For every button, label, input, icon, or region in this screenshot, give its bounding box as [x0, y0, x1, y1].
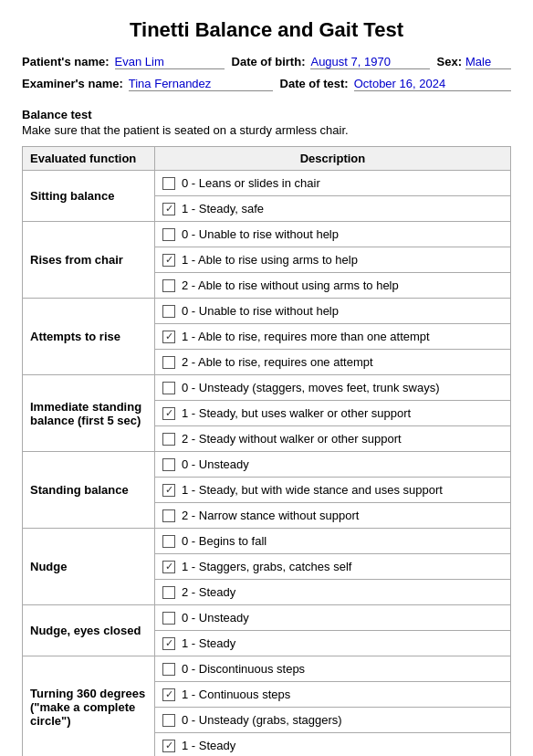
checkbox[interactable] [162, 484, 175, 497]
description-cell: 2 - Steady without walker or other suppo… [155, 426, 511, 452]
checkbox[interactable] [162, 688, 175, 701]
table-row: Nudge, eyes closed0 - Unsteady [23, 605, 511, 631]
checkbox[interactable] [162, 509, 175, 522]
description-cell: 2 - Narrow stance without support [155, 503, 511, 529]
checkbox[interactable] [162, 177, 175, 190]
checkbox-label: 0 - Discontinuous steps [182, 662, 305, 676]
function-cell: Sitting balance [23, 171, 155, 222]
examiner-value: Tina Fernandez [129, 77, 273, 91]
checkbox[interactable] [162, 407, 175, 420]
description-cell: 0 - Unsteady [155, 605, 511, 631]
function-cell: Attempts to rise [23, 299, 155, 375]
checkbox-label: 1 - Staggers, grabs, catches self [182, 560, 351, 573]
checkbox[interactable] [162, 458, 175, 471]
sex-label: Sex: [437, 55, 462, 68]
dob-label: Date of birth: [232, 55, 306, 68]
checkbox-label: 1 - Steady, safe [182, 202, 264, 215]
checkbox-label: 1 - Steady [182, 739, 235, 752]
checkbox-label: 0 - Unsteady (grabs, staggers) [182, 713, 342, 727]
table-row: Attempts to rise0 - Unable to rise witho… [23, 299, 511, 324]
patient-name-label: Patient's name: [22, 55, 110, 68]
description-cell: 2 - Steady [155, 580, 511, 605]
table-row: Rises from chair0 - Unable to rise witho… [23, 222, 511, 247]
checkbox-label: 2 - Able to rise without using arms to h… [182, 278, 399, 292]
function-cell: Rises from chair [23, 222, 155, 299]
description-cell: 0 - Begins to fall [155, 529, 511, 554]
examiner-label: Examiner's name: [22, 77, 123, 90]
description-cell: 0 - Discontinuous steps [155, 656, 511, 682]
checkbox[interactable] [162, 586, 175, 599]
checkbox[interactable] [162, 356, 175, 369]
description-cell: 2 - Able to rise without using arms to h… [155, 273, 511, 299]
description-cell: 1 - Able to rise using arms to help [155, 247, 511, 273]
table-row: Immediate standing balance (first 5 sec)… [23, 375, 511, 401]
page-title: Tinetti Balance and Gait Test [22, 18, 511, 42]
checkbox[interactable] [162, 433, 175, 446]
checkbox-label: 1 - Able to rise, requires more than one… [182, 330, 430, 343]
checkbox[interactable] [162, 740, 175, 752]
description-cell: 0 - Unsteady [155, 452, 511, 478]
balance-section-desc: Make sure that the patient is seated on … [22, 123, 511, 137]
dot-label: Date of test: [280, 77, 349, 90]
checkbox[interactable] [162, 228, 175, 241]
checkbox-label: 1 - Steady [182, 636, 235, 650]
checkbox-label: 1 - Able to rise using arms to help [182, 253, 358, 267]
checkbox[interactable] [162, 714, 175, 727]
description-cell: 1 - Steady [155, 733, 511, 757]
checkbox[interactable] [162, 305, 175, 318]
dob-value: August 7, 1970 [310, 55, 429, 69]
description-cell: 0 - Unable to rise without help [155, 222, 511, 247]
balance-section-title: Balance test [22, 108, 511, 121]
checkbox[interactable] [162, 382, 175, 394]
description-cell: 1 - Continuous steps [155, 682, 511, 708]
function-cell: Immediate standing balance (first 5 sec) [23, 375, 155, 452]
description-cell: 1 - Steady, but with wide stance and use… [155, 478, 511, 503]
checkbox[interactable] [162, 331, 175, 343]
function-cell: Nudge, eyes closed [23, 605, 155, 656]
description-cell: 0 - Leans or slides in chair [155, 171, 511, 196]
description-cell: 1 - Able to rise, requires more than one… [155, 324, 511, 350]
col-function-header: Evaluated function [23, 147, 155, 171]
table-row: Turning 360 degrees ("make a complete ci… [23, 656, 511, 682]
checkbox-label: 2 - Narrow stance without support [182, 509, 359, 522]
checkbox-label: 1 - Continuous steps [182, 688, 290, 701]
checkbox-label: 0 - Begins to fall [182, 534, 266, 548]
checkbox-label: 1 - Steady, but with wide stance and use… [182, 483, 443, 497]
checkbox-label: 0 - Leans or slides in chair [182, 176, 320, 190]
checkbox-label: 2 - Steady [182, 585, 235, 599]
patient-name-value: Evan Lim [115, 55, 225, 69]
checkbox[interactable] [162, 203, 175, 215]
description-cell: 1 - Steady [155, 631, 511, 656]
description-cell: 0 - Unsteady (grabs, staggers) [155, 708, 511, 733]
checkbox[interactable] [162, 279, 175, 292]
dot-value: October 16, 2024 [354, 77, 511, 91]
description-cell: 1 - Steady, safe [155, 196, 511, 222]
table-row: Sitting balance0 - Leans or slides in ch… [23, 171, 511, 196]
description-cell: 1 - Staggers, grabs, catches self [155, 554, 511, 580]
description-cell: 0 - Unable to rise without help [155, 299, 511, 324]
checkbox-label: 0 - Unsteady [182, 611, 249, 625]
checkbox[interactable] [162, 663, 175, 676]
checkbox[interactable] [162, 561, 175, 573]
sex-value: Male [465, 55, 511, 69]
table-row: Standing balance0 - Unsteady [23, 452, 511, 478]
checkbox-label: 0 - Unsteady (staggers, moves feet, trun… [182, 381, 440, 394]
checkbox[interactable] [162, 637, 175, 650]
balance-table: Evaluated function Description Sitting b… [22, 146, 511, 756]
checkbox[interactable] [162, 612, 175, 625]
description-cell: 1 - Steady, but uses walker or other sup… [155, 401, 511, 426]
checkbox-label: 2 - Able to rise, requires one attempt [182, 355, 373, 369]
table-row: Nudge0 - Begins to fall [23, 529, 511, 554]
checkbox-label: 2 - Steady without walker or other suppo… [182, 432, 402, 446]
col-description-header: Description [155, 147, 511, 171]
checkbox[interactable] [162, 254, 175, 267]
function-cell: Turning 360 degrees ("make a complete ci… [23, 656, 155, 757]
checkbox-label: 0 - Unsteady [182, 457, 249, 471]
description-cell: 2 - Able to rise, requires one attempt [155, 350, 511, 375]
function-cell: Nudge [23, 529, 155, 605]
checkbox[interactable] [162, 535, 175, 548]
function-cell: Standing balance [23, 452, 155, 529]
description-cell: 0 - Unsteady (staggers, moves feet, trun… [155, 375, 511, 401]
checkbox-label: 0 - Unable to rise without help [182, 227, 339, 241]
checkbox-label: 1 - Steady, but uses walker or other sup… [182, 406, 411, 420]
